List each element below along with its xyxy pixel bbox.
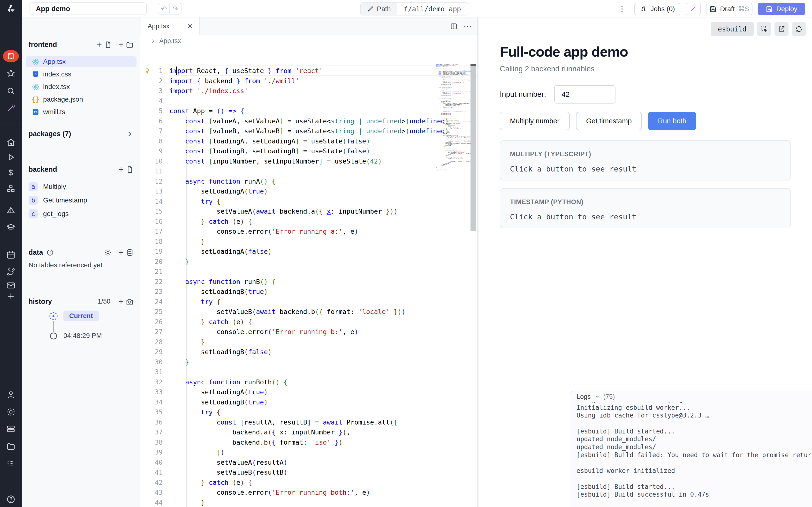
learn-cap-icon[interactable]: [0, 220, 22, 234]
folders-icon[interactable]: [0, 440, 22, 453]
workspace-app-icon[interactable]: [0, 49, 22, 63]
code-line-6: 6 const [valueA, setValueA] = useState<s…: [141, 116, 477, 126]
undo-button[interactable]: ↶: [158, 3, 170, 14]
path-chip[interactable]: Path f/all/demo_app: [360, 2, 468, 15]
editor-more-icon[interactable]: ⋯: [464, 21, 472, 31]
multiply-number-button[interactable]: Multiply number: [500, 112, 570, 130]
save-icon: [709, 5, 717, 13]
react-icon: [32, 83, 39, 91]
logs-content[interactable]: using idb cache for csstype@3.2.3 …Initi…: [577, 396, 812, 499]
svg-text:TS: TS: [34, 111, 38, 114]
input-number-label: Input number:: [500, 90, 546, 99]
code-line-25: 25 setValueB(await backend.b({ format: '…: [141, 307, 477, 317]
redo-button[interactable]: ↷: [170, 3, 181, 14]
code-line-39: 39 ]): [141, 447, 477, 457]
open-external-button[interactable]: [774, 22, 789, 36]
history-version-marker-icon: [49, 331, 58, 341]
audit-list-icon[interactable]: [0, 457, 22, 470]
timestamp-card-header: TIMESTAMP (PYTHON): [510, 199, 584, 206]
draft-shortcut: ⌘S: [738, 5, 749, 13]
file-name: index.tsx: [43, 83, 70, 91]
variables-dollar-icon[interactable]: [0, 166, 22, 179]
add-table-button[interactable]: [117, 249, 133, 257]
code-line-26: 26 } catch (e) {: [141, 317, 477, 327]
search-icon[interactable]: [0, 84, 22, 98]
code-line-36: 36 const [resultA, resultB] = await Prom…: [141, 417, 477, 428]
file-item-package-json[interactable]: {}package.json: [25, 94, 137, 105]
close-tab-icon[interactable]: ✕: [187, 22, 193, 30]
file-item-index-css[interactable]: 3index.css: [25, 69, 137, 80]
editor-vertical-scrollbar[interactable]: [471, 64, 476, 231]
file-name: index.css: [43, 70, 71, 78]
deploy-button[interactable]: Deploy: [758, 3, 805, 15]
magic-wand-icon: [690, 5, 697, 13]
backend-item-get_logs[interactable]: cget_logs: [29, 208, 135, 220]
add-folder-button[interactable]: [117, 41, 133, 49]
bug-icon: [640, 5, 647, 13]
magic-wand-icon[interactable]: [0, 102, 22, 115]
add-snapshot-button[interactable]: [117, 298, 133, 305]
data-settings-gear-icon[interactable]: [104, 249, 112, 257]
more-menu-button[interactable]: ⋮: [617, 3, 627, 14]
runnable-label: Multiply: [43, 183, 66, 190]
code-line-35: 35 try {: [141, 407, 477, 417]
home-icon[interactable]: [0, 135, 22, 149]
database-icon: [126, 249, 133, 257]
run-both-button[interactable]: Run both: [648, 112, 696, 130]
history-current-badge[interactable]: Current: [63, 311, 99, 321]
runs-play-icon[interactable]: [0, 151, 22, 164]
code-content[interactable]: 1import React, { useState } from 'react'…: [141, 46, 477, 507]
file-item-index-tsx[interactable]: index.tsx: [25, 81, 137, 93]
code-line-4: 4: [141, 96, 477, 106]
windmill-logo[interactable]: [0, 0, 22, 17]
add-plus-icon[interactable]: [0, 289, 22, 303]
star-icon[interactable]: [0, 66, 22, 80]
add-file-button[interactable]: [95, 41, 112, 49]
plus-icon: [117, 249, 125, 257]
resources-boxes-icon[interactable]: [0, 182, 22, 195]
rail-divider: [0, 124, 22, 124]
triggers-pyramid-icon[interactable]: [0, 204, 22, 217]
inspect-select-button[interactable]: [757, 22, 771, 36]
minimap[interactable]: import React, { useState } from 'react'i…: [436, 64, 471, 209]
text-cursor: [176, 66, 177, 75]
code-line-42: 42 } catch (e) {: [141, 477, 477, 488]
file-item-app-tsx[interactable]: App.tsx: [25, 56, 137, 67]
split-editor-icon[interactable]: [450, 22, 458, 30]
backend-item-get-timestamp[interactable]: bGet timestamp: [29, 194, 135, 206]
tab-app-tsx[interactable]: App.tsx ✕: [141, 17, 200, 35]
preview-title: Full-code app demo: [500, 44, 628, 60]
logs-panel: Logs (75) using idb cache for csstype@3.…: [570, 391, 812, 507]
user-icon[interactable]: [0, 388, 22, 401]
workers-icon[interactable]: [0, 422, 22, 436]
settings-gear-icon[interactable]: [0, 405, 22, 419]
add-runnable-button[interactable]: [117, 166, 133, 173]
top-bar: App demo ↶ ↷ Path f/all/demo_app ⋮ Jobs …: [0, 0, 812, 17]
runnable-badge: a: [29, 182, 38, 191]
backend-item-multiply[interactable]: aMultiply: [29, 181, 135, 192]
get-timestamp-button[interactable]: Get timestamp: [576, 112, 642, 130]
schedules-calendar-icon[interactable]: [0, 248, 22, 262]
ai-assistant-button[interactable]: [686, 3, 701, 15]
path-label-segment: Path: [361, 3, 397, 15]
number-input[interactable]: 42: [554, 85, 615, 104]
runnable-label: get_logs: [43, 210, 69, 218]
breadcrumb[interactable]: App.tsx: [150, 37, 181, 45]
draft-button[interactable]: Draft ⌘S: [706, 3, 752, 15]
flows-route-icon[interactable]: [0, 265, 22, 279]
svg-text:3: 3: [35, 72, 36, 76]
refresh-button[interactable]: [792, 22, 806, 36]
history-version-item[interactable]: 04:48:29 PM: [63, 332, 102, 340]
folder-icon: [126, 41, 133, 49]
path-value: f/all/demo_app: [397, 3, 468, 15]
code-line-38: 38 backend.b({ format: 'iso' }): [141, 437, 477, 448]
help-icon[interactable]: [0, 493, 22, 506]
packages-section-header[interactable]: packages (7): [29, 130, 133, 138]
logs-count: (75): [603, 393, 615, 401]
jobs-button[interactable]: Jobs (0): [634, 3, 680, 15]
app-name-input[interactable]: App demo: [30, 2, 147, 15]
file-item-wmill-ts[interactable]: TSwmill.ts: [25, 106, 137, 118]
logs-header[interactable]: Logs (75): [570, 391, 812, 402]
code-line-41: 41 setValueB(resultB): [141, 467, 477, 477]
code-line-28: 28 }: [141, 337, 477, 347]
